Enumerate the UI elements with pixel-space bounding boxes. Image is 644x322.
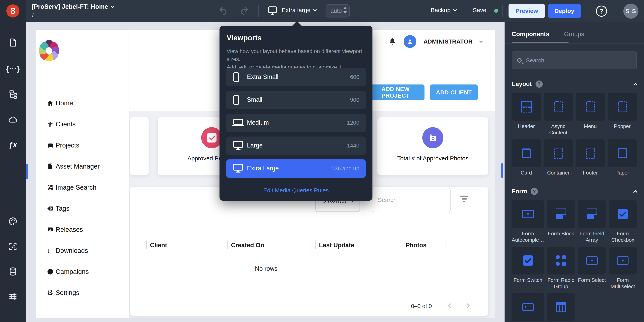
functions-icon[interactable]: ƒx [0, 138, 26, 151]
radio-icon [556, 255, 566, 266]
help-icon[interactable]: ? [531, 188, 538, 195]
screen-path[interactable]: / [32, 12, 34, 18]
component-tile-Form Select[interactable] [578, 247, 606, 274]
textfield-icon [522, 303, 534, 311]
bell-icon[interactable] [388, 37, 396, 46]
preview-button[interactable]: Preview [508, 4, 545, 18]
screens-icon[interactable] [0, 36, 26, 49]
column-divider [227, 240, 228, 249]
component-search-input[interactable] [526, 57, 631, 64]
viewport-resize-handle-right[interactable] [501, 163, 503, 178]
component-tile-Menu[interactable] [576, 93, 605, 121]
component-tile-Popper[interactable] [608, 93, 637, 121]
component-tile-Footer[interactable] [576, 139, 605, 167]
settings-sliders-icon[interactable] [0, 290, 26, 303]
nav-item-tags[interactable]: Tags [47, 204, 100, 213]
viewport-option-medium[interactable]: Medium 1200 [226, 114, 366, 132]
nav-item-downloads[interactable]: ↓Downloads [47, 246, 100, 255]
stepper-arrows[interactable] [343, 7, 347, 14]
bindings-icon[interactable]: {···} [0, 62, 26, 75]
component-tile-Async Content[interactable] [544, 93, 573, 121]
help-icon[interactable]: ? [536, 81, 543, 88]
column-header-last-update[interactable]: Last Update [319, 242, 354, 249]
nav-item-projects[interactable]: Projects [47, 141, 100, 149]
component-tile-Form Autocomple…[interactable] [512, 200, 544, 228]
step-up-icon[interactable] [343, 7, 347, 9]
component-tile-Form Block[interactable] [547, 200, 575, 228]
budibase-logo[interactable]: 8 [0, 0, 26, 22]
component-tree-icon[interactable] [0, 88, 26, 101]
component-cell: Menu [576, 93, 605, 136]
viewport-option-small[interactable]: Small 900 [226, 91, 366, 109]
tab-components[interactable]: Components [512, 31, 549, 43]
backup-menu[interactable]: Backup [431, 7, 456, 14]
pagination-next-icon[interactable] [465, 303, 470, 308]
popover-description: View how your layout behave based on dif… [227, 47, 372, 71]
viewport-option-extra-large[interactable]: Extra Large 1536 and up [226, 159, 366, 178]
undo-icon[interactable] [218, 6, 228, 16]
nav-item-asset-manager[interactable]: Asset Manager [47, 162, 100, 171]
edit-media-queries-link[interactable]: Edit Media Queries Rules [220, 187, 372, 194]
projects-table-card: 5 Row(s) Client Created On Last Update P… [130, 187, 488, 316]
component-tile-Form Date Picker[interactable] [547, 293, 575, 321]
top-bar: 8 [ProServ] Jebel-FT: Home / Extra large… [0, 0, 644, 22]
component-tile-Header[interactable] [512, 93, 541, 121]
nav-item-clients[interactable]: Clients [47, 120, 100, 128]
column-header-created-on[interactable]: Created On [231, 242, 264, 249]
stat-label: Total # of Approved Photos [378, 155, 488, 162]
app-title[interactable]: [ProServ] Jebel-FT: Home [32, 3, 114, 10]
deploy-button[interactable]: Deploy [548, 4, 581, 18]
filter-icon[interactable] [460, 196, 468, 204]
column-header-photos[interactable]: Photos [406, 242, 426, 249]
collapse-chevron-icon[interactable] [633, 190, 638, 194]
viewport-resize-handle-left[interactable] [26, 164, 28, 179]
viewport-selector[interactable]: Extra large [282, 7, 316, 14]
nav-item-home[interactable]: Home [47, 99, 100, 107]
width-stepper[interactable]: auto [326, 4, 350, 18]
component-tile-Container[interactable] [544, 139, 573, 167]
user-avatar[interactable]: S S [623, 4, 638, 19]
component-tile-Form Checkbox[interactable] [609, 200, 637, 228]
nav-item-image-search[interactable]: Image Search [47, 183, 100, 192]
pagination-prev-icon[interactable] [448, 303, 453, 308]
add-client-button[interactable]: ADD CLIENT [430, 85, 478, 100]
component-tile-Form Field Array[interactable] [578, 200, 606, 228]
component-tile-label: Form Autocomple… [512, 230, 544, 243]
dashed-icon [618, 101, 627, 112]
save-button[interactable]: Save [473, 7, 486, 14]
add-new-project-button[interactable]: ADD NEW PROJECT [366, 85, 424, 100]
component-cell: Form Select [578, 247, 606, 290]
component-tile-Form Text Field[interactable] [512, 293, 544, 321]
component-tile-label: Menu [576, 123, 605, 130]
tab-groups[interactable]: Groups [564, 31, 584, 43]
datepicker-icon [556, 302, 566, 312]
assets-image-icon[interactable] [0, 240, 26, 253]
step-down-icon[interactable] [343, 11, 347, 14]
component-tile-Form Radio Group[interactable] [547, 247, 575, 274]
component-cell: Header [512, 93, 541, 136]
nav-item-settings[interactable]: ⚙Settings [47, 289, 100, 297]
column-header-client[interactable]: Client [150, 242, 167, 249]
approved-photos-card: Total # of Approved Photos [378, 117, 488, 175]
column-divider [146, 240, 147, 249]
user-avatar-icon[interactable] [404, 35, 416, 48]
cloud-icon[interactable] [0, 113, 26, 126]
component-search[interactable] [512, 52, 637, 69]
help-icon[interactable]: ? [596, 6, 607, 17]
collapse-chevron-icon[interactable] [633, 83, 638, 87]
redo-icon[interactable] [240, 6, 249, 16]
component-tile-Form Switch[interactable] [512, 247, 544, 274]
section-header-layout: Layout ? [512, 81, 637, 88]
viewport-option-large[interactable]: Large 1440 [226, 137, 366, 155]
nav-item-releases[interactable]: Releases [47, 225, 100, 234]
dashed-icon [554, 101, 563, 112]
component-tile-Form Multiselect[interactable] [609, 247, 637, 274]
nav-item-campaigns[interactable]: Campaigns [47, 267, 100, 276]
component-tile-Card[interactable] [512, 139, 541, 167]
viewport-option-extra-small[interactable]: Extra Small 600 [226, 68, 366, 86]
data-database-icon[interactable] [0, 265, 26, 278]
component-tile-Paper[interactable] [608, 139, 637, 167]
chevron-down-icon[interactable] [479, 39, 483, 43]
theme-palette-icon[interactable] [0, 215, 26, 228]
table-search-input[interactable] [372, 188, 450, 212]
